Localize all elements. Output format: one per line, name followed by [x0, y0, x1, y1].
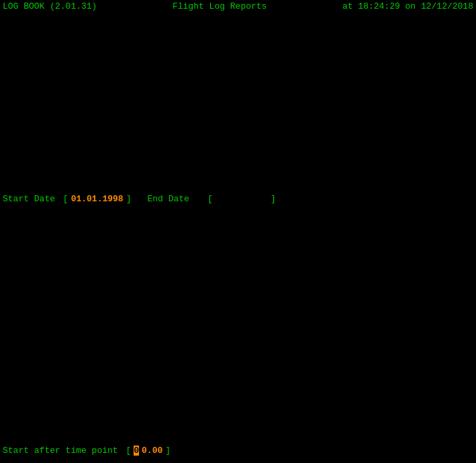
time-bracket-open: [ [121, 446, 132, 456]
main-content: Start Date [ 01.01.1998 ] End Date [ ] S… [0, 13, 476, 462]
start-date-label: Start Date [3, 194, 55, 204]
end-date-value[interactable] [216, 194, 268, 204]
header-bar: LOG BOOK (2.01.31) Flight Log Reports at… [0, 0, 476, 13]
start-date-value[interactable]: 01.01.1998 [71, 194, 124, 204]
end-date-bracket-open: [ [192, 194, 213, 204]
time-bracket-close: ] [165, 446, 171, 456]
start-date-bracket-close: ] [126, 194, 132, 204]
timestamp: at 18:24:29 on 12/12/2018 [342, 1, 473, 11]
start-date-bracket-open: [ [58, 194, 68, 204]
end-date-bracket-close: ] [271, 194, 276, 204]
time-cursor[interactable]: 0 [134, 446, 139, 456]
date-row: Start Date [ 01.01.1998 ] End Date [ ] [0, 194, 276, 204]
end-date-label: End Date [147, 194, 189, 204]
time-value[interactable]: 0.00 [142, 446, 162, 456]
end-date-section: End Date [ ] [147, 194, 275, 204]
bottom-row: Start after time point [ 0 0.00 ] [0, 446, 171, 456]
app-title: LOG BOOK (2.01.31) [3, 1, 97, 11]
time-point-label: Start after time point [3, 446, 118, 456]
report-title: Flight Log Reports [173, 1, 267, 11]
